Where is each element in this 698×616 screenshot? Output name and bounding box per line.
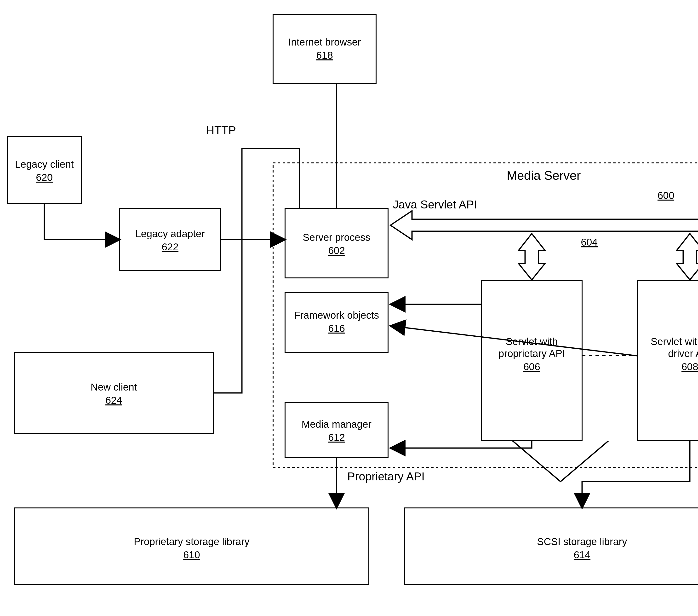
conn-prop-mediamgr (390, 441, 532, 448)
new-client-num: 624 (106, 395, 122, 406)
servlet-prop-bidir-arrow (519, 234, 545, 280)
diagram-root: Media Server 600 Internet browser 618 Le… (0, 0, 698, 616)
server-process-num: 602 (328, 245, 345, 256)
java-servlet-api-num: 604 (581, 236, 598, 248)
servlet-prop-label2: proprietary API (499, 348, 565, 359)
server-process-box (285, 208, 388, 278)
legacy-client-label: Legacy client (15, 159, 73, 170)
proprietary-api-label: Proprietary API (347, 470, 425, 483)
conn-legacy-client-adapter (44, 204, 120, 239)
legacy-client-num: 620 (36, 172, 53, 183)
servlet-scsi-num: 608 (682, 361, 698, 372)
internet-browser-label: Internet browser (288, 37, 361, 48)
conn-servlet-v (513, 441, 609, 482)
prop-storage-num: 610 (183, 549, 200, 560)
framework-objects-num: 616 (328, 323, 345, 334)
http-label: HTTP (206, 124, 236, 137)
legacy-adapter-num: 622 (162, 241, 179, 252)
legacy-adapter-label: Legacy adapter (135, 228, 205, 239)
java-servlet-api-arrow (390, 211, 698, 239)
framework-objects-label: Framework objects (294, 310, 379, 321)
media-manager-box (285, 402, 388, 457)
legacy-adapter-box (120, 208, 220, 271)
scsi-storage-num: 614 (574, 549, 590, 560)
media-server-num: 600 (657, 190, 674, 201)
framework-objects-box (285, 292, 388, 352)
servlet-scsi-label1: Servlet with SCSI (651, 336, 698, 347)
server-process-label: Server process (303, 232, 370, 243)
media-server-title: Media Server (507, 168, 581, 182)
servlet-prop-num: 606 (524, 361, 540, 372)
new-client-label: New client (90, 381, 137, 393)
servlet-scsi-box (637, 280, 698, 441)
conn-scsi-store (582, 441, 690, 508)
java-servlet-api-label: Java Servlet API (393, 198, 477, 211)
internet-browser-box (273, 14, 376, 84)
legacy-client-box (7, 137, 81, 204)
servlet-scsi-label2: driver API (668, 348, 698, 359)
prop-storage-label: Proprietary storage library (134, 536, 249, 547)
servlet-proprietary-box (481, 280, 582, 441)
scsi-storage-label: SCSI storage library (537, 536, 627, 547)
new-client-box (14, 352, 213, 434)
servlet-scsi-bidir-arrow (677, 234, 698, 280)
media-manager-label: Media manager (302, 419, 372, 430)
internet-browser-num: 618 (316, 50, 333, 61)
media-manager-num: 612 (328, 432, 345, 443)
